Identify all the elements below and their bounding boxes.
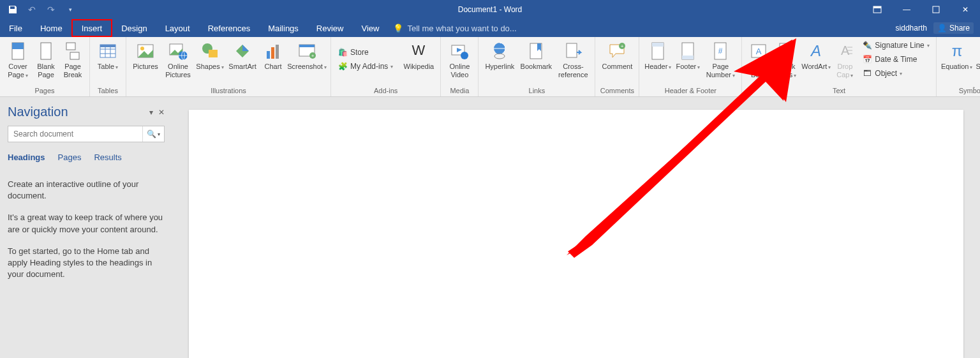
svg-rect-5 [41,43,51,59]
pictures-button[interactable]: Pictures [130,40,161,80]
collapse-ribbon-icon[interactable]: ˆ [973,87,975,94]
tab-insert[interactable]: Insert [71,19,113,37]
tab-file[interactable]: File [0,19,31,37]
tab-view[interactable]: View [352,19,388,37]
qat-customize-icon[interactable]: ▾ [65,4,75,15]
online-video-button[interactable]: Online Video [445,40,474,80]
shapes-button[interactable]: Shapes [195,40,225,80]
nav-tab-results[interactable]: Results [94,153,121,162]
online-pictures-button[interactable]: Online Pictures [162,40,194,80]
search-document[interactable]: 🔍▾ [8,126,165,142]
share-button[interactable]: 👤 Share [933,22,974,34]
tab-layout[interactable]: Layout [156,19,199,37]
svg-rect-24 [299,45,315,47]
svg-rect-20 [267,51,270,59]
group-label-text: Text [746,86,932,95]
nav-tab-headings[interactable]: Headings [8,153,45,162]
bookmark-button[interactable]: Bookmark [518,40,554,80]
group-comments: + Comment Comments [595,37,639,96]
svg-text:+: + [621,43,624,49]
equation-button[interactable]: π Equation [940,40,974,80]
nav-hint-1: Create an interactive outline of your do… [8,179,165,202]
tab-references[interactable]: References [199,19,259,37]
symbol-button[interactable]: Ω Symbol [975,40,980,80]
blank-page-button[interactable]: Blank Page [33,40,59,80]
share-icon: 👤 [937,24,947,33]
online-video-icon [449,41,470,61]
svg-point-32 [494,54,505,59]
svg-rect-46 [782,46,791,48]
group-pages: Cover Page Blank Page Page Break Pages [0,37,90,96]
tab-mailings[interactable]: Mailings [259,19,308,37]
group-label-addins: Add-ins [335,86,436,95]
table-button[interactable]: Table [94,40,122,80]
tab-design[interactable]: Design [112,19,156,37]
group-text: A Text Box Quick Parts A WordArt A Drop … [742,37,936,96]
nav-tab-pages[interactable]: Pages [58,153,82,162]
addins-icon: 🧩 [338,61,348,71]
nav-dropdown-icon[interactable]: ▾ [149,108,153,117]
share-label: Share [949,24,970,33]
nav-hint-2: It's a great way to keep track of where … [8,212,165,235]
minimize-icon[interactable]: — [892,0,921,19]
ribbon-tabs: File Home Insert Design Layout Reference… [0,19,980,37]
date-time-button[interactable]: 📅Date & Time [859,53,932,66]
drop-cap-button[interactable]: A Drop Cap [833,40,857,80]
wordart-button[interactable]: A WordArt [801,40,831,80]
close-icon[interactable]: ✕ [951,0,980,19]
signature-line-button[interactable]: ✒️Signature Line ▾ [859,39,932,52]
tell-me-search[interactable]: 💡 Tell me what you want to do... [393,19,516,37]
screenshot-button[interactable]: + Screenshot [287,40,327,80]
header-button[interactable]: Header [643,40,672,80]
store-icon: 🛍️ [338,47,348,57]
text-box-icon: A [748,41,769,61]
page-break-button[interactable]: Page Break [60,40,85,80]
search-button[interactable]: 🔍▾ [142,126,164,142]
footer-icon [678,41,698,61]
document-page[interactable] [189,110,963,358]
tell-me-placeholder: Tell me what you want to do... [407,24,516,33]
footer-button[interactable]: Footer [674,40,702,80]
svg-text:+: + [311,53,315,59]
bookmark-icon [526,41,546,61]
redo-icon[interactable]: ↷ [46,4,56,15]
maximize-icon[interactable] [921,0,951,19]
group-label-links: Links [482,86,591,95]
save-icon[interactable] [8,4,18,15]
svg-rect-48 [782,52,788,54]
window-controls: — ✕ [863,0,980,19]
svg-rect-47 [782,49,791,51]
nav-close-icon[interactable]: ✕ [158,108,165,117]
smartart-button[interactable]: SmartArt [226,40,259,80]
object-icon: 🗔 [862,68,872,78]
search-input[interactable] [8,126,142,142]
svg-text:A: A [810,42,821,59]
table-icon [98,41,118,61]
drop-cap-icon: A [835,41,855,61]
wikipedia-button[interactable]: W Wikipedia [401,40,436,80]
chart-button[interactable]: Chart [260,40,286,80]
page-number-button[interactable]: # Page Number [703,40,738,80]
cover-page-button[interactable]: Cover Page [4,40,32,80]
nav-hint-3: To get started, go to the Home tab and a… [8,246,165,281]
text-box-button[interactable]: A Text Box [746,40,771,80]
group-label-comments: Comments [599,86,635,95]
object-button[interactable]: 🗔Object ▾ [859,67,932,80]
user-name[interactable]: siddharth [896,24,927,33]
online-pictures-icon [168,41,188,61]
ribbon-display-icon[interactable] [863,0,892,19]
svg-rect-1 [873,6,881,8]
svg-rect-34 [567,43,577,57]
hyperlink-button[interactable]: Hyperlink [482,40,517,80]
cross-reference-button[interactable]: Cross-reference [555,40,591,80]
date-time-icon: 📅 [862,54,872,64]
undo-icon[interactable]: ↶ [27,4,37,15]
tab-home[interactable]: Home [31,19,71,37]
comment-button[interactable]: + Comment [599,40,635,80]
my-addins-button[interactable]: 🧩My Add-ins ▾ [335,60,396,73]
comment-icon: + [607,41,627,61]
quick-parts-icon [776,41,796,61]
store-button[interactable]: 🛍️Store [335,46,396,59]
quick-parts-button[interactable]: Quick Parts [773,40,799,80]
tab-review[interactable]: Review [308,19,353,37]
